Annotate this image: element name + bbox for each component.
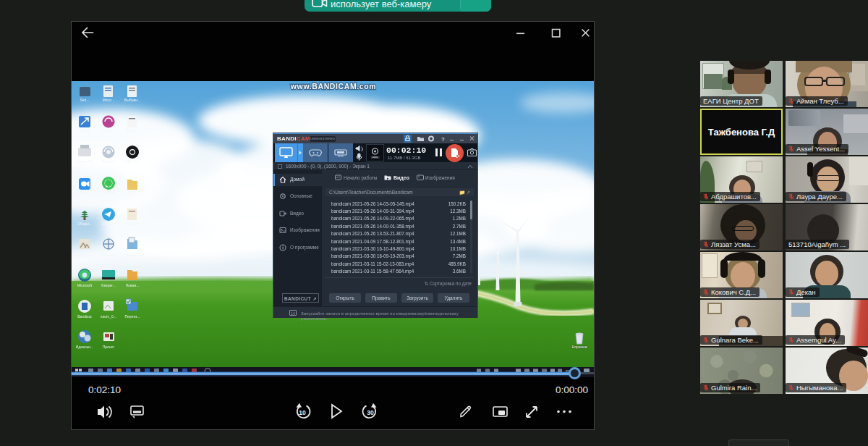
svg-text:Micro...: Micro... xyxy=(103,98,114,102)
svg-text:10: 10 xyxy=(299,409,306,416)
svg-text:Kasper...: Kasper... xyxy=(101,283,116,287)
svg-text:Новая...: Новая... xyxy=(126,253,140,257)
svg-text:?: ? xyxy=(441,136,445,143)
svg-text:Skri...: Skri... xyxy=(80,98,90,102)
svg-text:logo.png: logo.png xyxy=(101,253,115,257)
svg-text:Kasper...: Kasper... xyxy=(101,128,116,132)
svg-text:Faro Ekin: Faro Ekin xyxy=(77,253,93,257)
svg-text:Проект: Проект xyxy=(103,345,115,349)
svg-text:Bandicut: Bandicut xyxy=(77,314,92,319)
svg-text:HDMI: HDMI xyxy=(338,155,344,157)
svg-text:OBS St...: OBS St... xyxy=(125,159,140,164)
svg-text:Выбран...: Выбран... xyxy=(124,98,140,102)
svg-text:Общая...: Общая... xyxy=(77,222,93,226)
svg-text:TurboGo: TurboGo xyxy=(101,159,116,164)
svg-text:Canon MF: Canon MF xyxy=(76,159,93,164)
svg-text:30: 30 xyxy=(367,409,374,416)
svg-text:Переез...: Переез... xyxy=(124,314,140,319)
svg-text:Новая...: Новая... xyxy=(126,283,140,287)
svg-text:WEBCAM: WEBCAM xyxy=(371,156,380,159)
svg-text:Скрид: Скрид xyxy=(80,128,90,132)
svg-text:Microsoft: Microsoft xyxy=(77,283,93,287)
svg-text:Telegram: Telegram xyxy=(101,222,116,226)
svg-text:Zoom: Zoom xyxy=(80,190,90,195)
svg-text:Ревиз...: Ревиз... xyxy=(126,128,139,132)
svg-text:WhatsApp: WhatsApp xyxy=(100,190,116,195)
svg-text:zoom_0...: zoom_0... xyxy=(101,314,116,319)
svg-text:Вебинар: Вебинар xyxy=(125,222,140,226)
svg-text:Идеальн...: Идеальн... xyxy=(76,345,94,349)
svg-text:АКТ: АКТ xyxy=(129,190,135,195)
svg-text:www.BANDICAM.com: www.BANDICAM.com xyxy=(290,82,376,91)
